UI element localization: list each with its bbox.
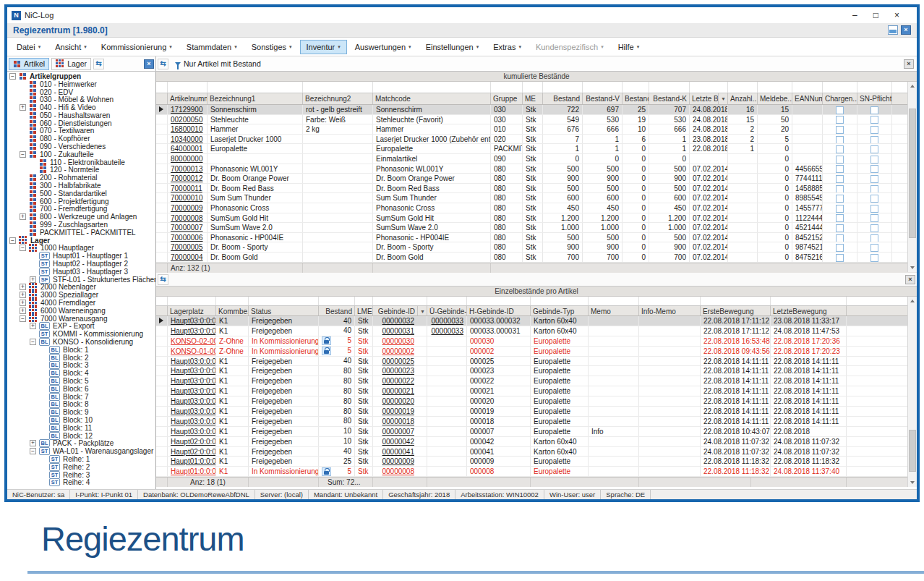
column-header-Anzahl...[interactable]: Anzahl... (728, 93, 758, 104)
tree-item[interactable]: BLBlock: 1 (7, 346, 155, 354)
tree-item[interactable]: 090 - Verschiedenes (7, 143, 155, 150)
gebinde-id-link[interactable]: 00000009 (373, 457, 427, 466)
gebinde-id-link[interactable]: 00000030 (373, 336, 427, 346)
gebinde-id-link[interactable]: 00000020 (373, 396, 427, 406)
table-row[interactable]: 70000009Phonasonic CrossPhonasonic Cross… (156, 203, 917, 213)
gebinde-id-link[interactable]: 00000007 (373, 427, 427, 436)
checkbox[interactable] (836, 244, 844, 252)
tree-item[interactable]: +800 - Werkzeuge und Anlagen (7, 213, 155, 221)
artikelnummer-link[interactable]: 70000009 (168, 203, 208, 213)
close-view-button[interactable]: × (904, 59, 914, 69)
table-row[interactable]: Haupt02:0:0:0K1Freigegeben10Stk000000420… (156, 437, 917, 447)
column-header-Status[interactable]: Status (249, 306, 319, 315)
filter-cell[interactable] (531, 297, 589, 305)
gebinde-id-link[interactable]: 00000019 (373, 407, 427, 416)
checkbox[interactable] (836, 195, 844, 203)
column-header-Lagerplatz[interactable]: Lagerplatz (168, 306, 216, 315)
table-row[interactable]: 70000010Sum Sum ThunderSum Sum Thunder08… (156, 193, 917, 203)
expand-icon[interactable]: + (20, 104, 26, 111)
table-row[interactable]: Haupt03:0:0:0K1Freigegeben80Stk000000210… (156, 386, 917, 396)
tree-item[interactable]: STReihe: 2 (7, 463, 155, 471)
tree-item[interactable]: −Lager (7, 237, 155, 245)
refresh-tree-button[interactable]: ⇆ (93, 59, 104, 69)
tree-item[interactable]: 050 - Haushaltswaren (7, 111, 155, 119)
column-header-LME[interactable]: LME (355, 306, 373, 315)
filter-cell[interactable] (319, 297, 355, 305)
checkbox[interactable] (870, 136, 878, 144)
menu-item-einstellungen[interactable]: Einstellungen▾ (419, 40, 486, 54)
lagerplatz-link[interactable]: Haupt03:0:0:0 (168, 396, 216, 406)
filter-cell[interactable] (823, 82, 857, 93)
filter-cell[interactable] (701, 297, 771, 305)
artikelnummer-link[interactable]: 70000012 (168, 174, 208, 183)
refresh-grid-button[interactable]: ⇆ (158, 59, 168, 69)
table-row[interactable]: Haupt03:0:0:0K1Freigegeben80Stk000000180… (156, 417, 917, 427)
table-row[interactable]: Haupt03:0:0:0K1Freigegeben10Stk000000070… (156, 427, 917, 437)
column-header-EANNum...[interactable]: EANNum... (792, 93, 823, 104)
expand-icon[interactable]: + (20, 213, 26, 220)
filter-cell[interactable] (156, 297, 168, 305)
table-row[interactable]: 17129900Sonnenschirmrot - gelb gestreift… (156, 105, 917, 115)
column-header-Matchcode[interactable]: Matchcode (373, 93, 491, 104)
filter-cell[interactable] (523, 82, 543, 93)
checkbox[interactable] (836, 156, 844, 164)
checkbox[interactable] (836, 214, 844, 222)
table-row[interactable]: KONSO-01-00-00Z-OhneIn Kommissionierung5… (156, 347, 917, 357)
checkbox[interactable] (836, 106, 844, 114)
vertical-scrollbar[interactable] (907, 297, 917, 487)
table-row[interactable]: 70000005Dr. Boom - SportyDr. Boom - Spor… (156, 242, 917, 253)
filter-cell[interactable] (690, 82, 728, 93)
filter-button[interactable]: Nur Artikel mit Bestand (171, 58, 265, 70)
lager-toggle-button[interactable]: Lager (51, 58, 91, 70)
tree-item[interactable]: +BLPACK - Packplätze (7, 439, 155, 447)
table-row[interactable]: Haupt02:0:0:0K1Freigegeben40Stk000000410… (156, 447, 917, 457)
ue-gebinde-id-link[interactable]: 00000033 (427, 326, 467, 336)
artikelnummer-link[interactable]: 70000004 (168, 253, 208, 262)
lagerplatz-link[interactable]: Haupt03:0:0:0 (168, 427, 216, 436)
upper-filter-row[interactable] (156, 82, 917, 93)
scroll-thumb[interactable] (909, 430, 916, 472)
checkbox[interactable] (836, 136, 844, 144)
menu-item-ansicht[interactable]: Ansicht▾ (48, 40, 93, 54)
table-row[interactable]: Haupt03:0:0:0K1Freigegeben80Stk000000200… (156, 396, 917, 407)
tree-item[interactable]: +SFSTF-L01 - Strukturiertes Flächenlager (7, 276, 155, 284)
expand-icon[interactable]: + (30, 323, 36, 329)
lagerplatz-link[interactable]: Haupt03:0:0:0 (168, 386, 216, 396)
filter-cell[interactable] (792, 82, 823, 93)
gebinde-id-link[interactable]: 00000008 (373, 467, 427, 476)
checkbox[interactable] (836, 116, 844, 124)
filter-cell[interactable] (373, 297, 427, 305)
tree-item[interactable]: −7000 Warenausgang (7, 315, 155, 323)
table-row[interactable]: Haupt03:0:0:0K1Freigegeben40Stk000000310… (156, 326, 917, 336)
tree-item[interactable]: +BLEXP - Export (7, 323, 155, 331)
checkbox[interactable] (870, 106, 878, 114)
scroll-down-icon[interactable] (910, 481, 915, 484)
filter-cell[interactable] (758, 82, 792, 93)
menu-item-auswertungen[interactable]: Auswertungen▾ (348, 40, 418, 54)
tree-item[interactable]: 020 - EDV (7, 88, 155, 96)
checkbox[interactable] (836, 254, 844, 262)
gebinde-id-link[interactable]: 00000022 (373, 376, 427, 386)
close-button[interactable]: × (894, 9, 899, 22)
column-header-Chargen...[interactable]: Chargen... (823, 93, 857, 104)
filter-cell[interactable] (216, 297, 249, 305)
expand-icon[interactable]: + (20, 284, 26, 290)
tree-item[interactable]: STReihe: 4 (7, 478, 155, 486)
filter-cell[interactable] (623, 82, 649, 93)
close-lower-grid-button[interactable]: × (905, 275, 915, 284)
minimize-button[interactable]: – (852, 9, 857, 22)
tree-item[interactable]: 700 - Fremdfertigung (7, 205, 155, 213)
collapse-icon[interactable]: − (20, 151, 26, 158)
table-row[interactable]: Haupt03:0:0:0K1Freigegeben40Stk000000250… (156, 357, 917, 367)
sort-desc-icon[interactable]: ▼ (719, 93, 728, 104)
column-header-Memo[interactable]: Memo (589, 306, 639, 315)
column-header-Gebinde-Typ[interactable]: Gebinde-Typ (531, 306, 589, 315)
float-window-icon[interactable] (888, 25, 898, 35)
column-header-Bestand[interactable]: Bestand (319, 306, 355, 315)
lagerplatz-link[interactable]: Haupt03:0:0:0 (168, 407, 216, 416)
menu-item-extras[interactable]: Extras▾ (487, 40, 528, 54)
checkbox[interactable] (870, 185, 878, 193)
tree-item[interactable]: BLBlock: 3 (7, 361, 155, 369)
tree-item[interactable]: BLBlock: 9 (7, 408, 155, 416)
column-header-Letzte Be...[interactable]: Letzte Be... (690, 93, 719, 104)
